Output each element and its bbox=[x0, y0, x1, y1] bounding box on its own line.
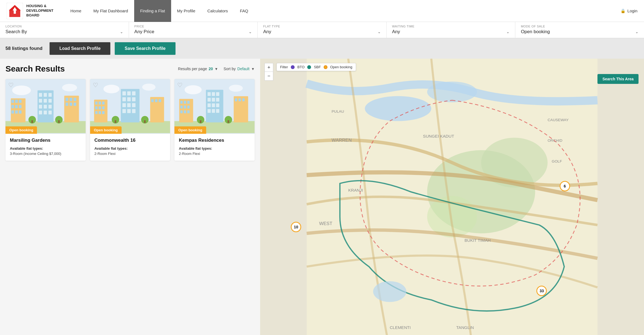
svg-rect-87 bbox=[180, 106, 183, 109]
svg-text:ORCHID: ORCHID bbox=[548, 138, 562, 143]
map-panel[interactable]: WARREN KRANJI SUNGEI KADUT WEST BUKIT TI… bbox=[260, 59, 644, 335]
svg-rect-22 bbox=[44, 93, 47, 97]
svg-rect-23 bbox=[48, 93, 52, 97]
nav-home[interactable]: Home bbox=[64, 0, 87, 22]
svg-rect-89 bbox=[187, 106, 190, 109]
svg-rect-34 bbox=[65, 98, 68, 101]
svg-rect-111 bbox=[200, 120, 202, 123]
save-search-profile-button[interactable]: Save Search Profile bbox=[115, 42, 175, 55]
search-action-bar: 58 listings found Load Search Profile Sa… bbox=[0, 38, 644, 59]
nav-finding-a-flat[interactable]: Finding a Flat bbox=[134, 0, 171, 22]
nav-calculators[interactable]: Calculators bbox=[201, 0, 234, 22]
price-filter-label: Price bbox=[134, 25, 252, 28]
svg-rect-101 bbox=[212, 103, 215, 107]
hdb-logo-icon bbox=[7, 3, 23, 19]
favorite-icon[interactable]: ♡ bbox=[177, 82, 183, 89]
open-booking-badge: Open booking bbox=[90, 126, 122, 134]
listings-count: 58 listings found bbox=[5, 46, 42, 51]
svg-rect-108 bbox=[238, 98, 241, 101]
svg-rect-91 bbox=[184, 110, 186, 113]
filter-bar: Location Search By ⌄ Price Any Price ⌄ F… bbox=[0, 22, 644, 38]
waiting-time-chevron-icon: ⌄ bbox=[506, 30, 510, 34]
svg-rect-15 bbox=[15, 105, 18, 108]
svg-rect-59 bbox=[122, 91, 126, 95]
flat-types-label: Available flat types: bbox=[179, 146, 250, 151]
svg-rect-70 bbox=[132, 109, 136, 113]
svg-rect-65 bbox=[122, 103, 126, 107]
login-button[interactable]: 🔒 Login bbox=[620, 8, 637, 13]
flat-types-label: Available flat types: bbox=[10, 146, 81, 151]
svg-point-115 bbox=[365, 96, 431, 121]
svg-text:WARREN: WARREN bbox=[332, 138, 352, 143]
svg-rect-12 bbox=[15, 100, 18, 103]
svg-text:TANGLIN: TANGLIN bbox=[456, 325, 474, 330]
price-filter-value: Any Price ⌄ bbox=[134, 29, 252, 35]
map-cluster-10[interactable]: 10 bbox=[291, 222, 301, 232]
svg-rect-64 bbox=[132, 97, 136, 101]
listing-card-marsiling-gardens[interactable]: ♡ bbox=[5, 79, 86, 161]
main-content: Search Results Results per page 20 ▼ Sor… bbox=[0, 59, 644, 335]
map-cluster-6[interactable]: 6 bbox=[560, 181, 570, 191]
svg-rect-60 bbox=[127, 91, 131, 95]
listing-card-commonwealth-16[interactable]: ♡ bbox=[90, 79, 170, 161]
card-body-kempas: Kempas Residences Available flat types: … bbox=[174, 134, 255, 161]
nav-my-profile[interactable]: My Profile bbox=[171, 0, 202, 22]
svg-text:GOLF: GOLF bbox=[552, 159, 562, 163]
favorite-icon[interactable]: ♡ bbox=[93, 82, 98, 89]
listing-card-kempas-residences[interactable]: ♡ bbox=[174, 79, 255, 161]
svg-rect-88 bbox=[184, 106, 186, 109]
svg-rect-66 bbox=[127, 103, 131, 107]
search-this-area-button[interactable]: Search This Area bbox=[597, 74, 639, 84]
svg-text:WEST: WEST bbox=[319, 221, 332, 226]
svg-rect-49 bbox=[95, 101, 97, 104]
per-page-chevron-icon: ▼ bbox=[215, 67, 218, 71]
card-title-marsiling: Marsiling Gardens bbox=[10, 138, 81, 143]
favorite-icon[interactable]: ♡ bbox=[8, 82, 14, 89]
logo-text: HOUSING & DEVELOPMENT BOARD bbox=[26, 4, 53, 18]
nav-my-flat-dashboard[interactable]: My Flat Dashboard bbox=[87, 0, 134, 22]
svg-rect-16 bbox=[19, 105, 22, 108]
svg-rect-63 bbox=[127, 97, 131, 101]
svg-rect-14 bbox=[11, 105, 14, 108]
svg-rect-11 bbox=[11, 100, 14, 103]
mode-of-sale-filter[interactable]: Mode of Sale Open booking ⌄ bbox=[515, 22, 644, 38]
svg-rect-67 bbox=[132, 103, 136, 107]
price-chevron-icon: ⌄ bbox=[249, 30, 252, 34]
svg-rect-24 bbox=[39, 99, 42, 103]
flat-type-filter[interactable]: Flat Type Any ⌄ bbox=[258, 22, 387, 38]
svg-rect-56 bbox=[99, 111, 101, 114]
svg-text:BUKIT TIMAH: BUKIT TIMAH bbox=[465, 238, 491, 243]
svg-text:SUNGEI KADUT: SUNGEI KADUT bbox=[423, 134, 454, 138]
nav-faq[interactable]: FAQ bbox=[234, 0, 254, 22]
svg-rect-35 bbox=[70, 98, 72, 101]
svg-rect-52 bbox=[95, 106, 97, 109]
waiting-time-filter[interactable]: Waiting Time Any ⌄ bbox=[387, 22, 516, 38]
mode-of-sale-chevron-icon: ⌄ bbox=[635, 30, 639, 34]
price-filter[interactable]: Price Any Price ⌄ bbox=[129, 22, 258, 38]
map-filter-legend: Filter BTO SBF Open booking bbox=[277, 63, 356, 71]
svg-rect-32 bbox=[48, 111, 52, 115]
map-zoom-controls: + − bbox=[264, 63, 273, 81]
open-booking-badge: Open booking bbox=[174, 126, 206, 134]
svg-point-46 bbox=[142, 84, 156, 90]
zoom-out-button[interactable]: − bbox=[264, 72, 273, 81]
map-filter-label: Filter bbox=[280, 65, 288, 69]
svg-rect-27 bbox=[39, 105, 42, 109]
location-filter[interactable]: Location Search By ⌄ bbox=[0, 22, 129, 38]
sort-by[interactable]: Sort by Default ▼ bbox=[223, 67, 255, 71]
results-per-page-value: 20 bbox=[209, 67, 213, 71]
svg-rect-25 bbox=[44, 99, 47, 103]
mode-of-sale-filter-value: Open booking ⌄ bbox=[521, 29, 639, 35]
svg-rect-38 bbox=[70, 103, 72, 106]
svg-rect-31 bbox=[44, 111, 47, 115]
svg-rect-107 bbox=[235, 98, 237, 101]
svg-point-120 bbox=[373, 281, 406, 302]
svg-rect-28 bbox=[44, 105, 47, 109]
results-per-page[interactable]: Results per page 20 ▼ bbox=[178, 67, 218, 71]
svg-rect-90 bbox=[180, 110, 183, 113]
svg-rect-55 bbox=[95, 111, 97, 114]
svg-rect-18 bbox=[15, 110, 18, 114]
sbf-legend-label: SBF bbox=[314, 65, 321, 69]
load-search-profile-button[interactable]: Load Search Profile bbox=[50, 42, 110, 55]
zoom-in-button[interactable]: + bbox=[264, 63, 273, 72]
